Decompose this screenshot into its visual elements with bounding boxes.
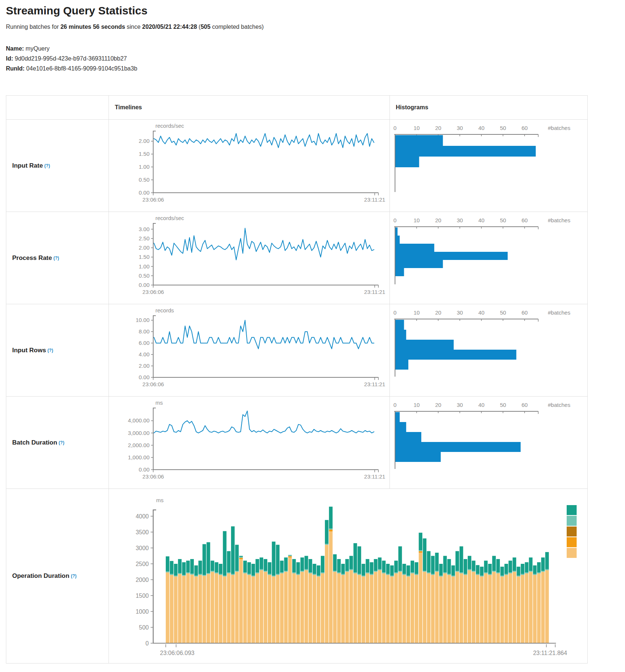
query-meta: Name: myQuery Id: 9d0dd219-995d-423e-b97…	[6, 44, 137, 73]
svg-text:0: 0	[394, 402, 396, 408]
svg-text:8.00: 8.00	[139, 328, 150, 335]
input-rows-histogram-cell: 0102030405060#batches	[390, 304, 587, 396]
svg-text:0: 0	[394, 125, 396, 131]
svg-text:3000: 3000	[135, 545, 149, 551]
input-rows-help-icon[interactable]: (?)	[48, 348, 53, 353]
row-process-rate: Process Rate (?) records/sec0.000.501.00…	[6, 212, 587, 304]
svg-text:40: 40	[478, 125, 485, 131]
header-timelines: Timelines	[109, 96, 390, 119]
table-header-row: Timelines Histograms	[6, 96, 587, 119]
batch-duration-histogram-chart: 0102030405060#batches	[390, 397, 587, 488]
batch-duration-label: Batch Duration	[12, 439, 57, 446]
svg-text:1500: 1500	[135, 593, 149, 599]
svg-text:0: 0	[394, 217, 396, 223]
svg-text:#batches: #batches	[548, 217, 570, 223]
svg-text:0.50: 0.50	[139, 176, 150, 183]
svg-text:30: 30	[457, 402, 463, 408]
input-rows-label-cell: Input Rows (?)	[6, 304, 109, 396]
svg-text:ms: ms	[155, 400, 163, 406]
operation-duration-label: Operation Duration	[12, 572, 69, 580]
svg-text:1,000.00: 1,000.00	[128, 454, 150, 460]
svg-text:23:06:06: 23:06:06	[142, 381, 164, 387]
svg-text:4000: 4000	[135, 513, 149, 520]
svg-text:0: 0	[394, 309, 396, 316]
input-rows-label: Input Rows	[12, 347, 46, 354]
svg-text:0.00: 0.00	[139, 282, 150, 288]
svg-text:23:11:21: 23:11:21	[364, 381, 385, 387]
svg-text:10: 10	[413, 309, 420, 316]
page-title: Streaming Query Statistics	[6, 4, 147, 17]
process-rate-histogram-chart: 0102030405060#batches	[390, 212, 587, 304]
process-rate-help-icon[interactable]: (?)	[54, 256, 59, 261]
summary-suffix: completed batches)	[210, 24, 264, 30]
input-rate-label: Input Rate	[12, 162, 43, 169]
svg-text:0.00: 0.00	[139, 466, 150, 473]
summary-batch-count: 505	[200, 24, 210, 30]
svg-text:23:06:06: 23:06:06	[142, 289, 164, 295]
svg-text:3500: 3500	[135, 529, 149, 535]
operation-duration-stacked-chart: ms0500100015002000250030003500400023:06:…	[109, 489, 587, 663]
svg-text:30: 30	[457, 217, 463, 223]
process-rate-timeline-chart: records/sec0.000.501.001.502.002.503.002…	[109, 212, 390, 304]
summary-mid: since	[125, 24, 142, 30]
row-input-rows: Input Rows (?) records0.002.004.006.008.…	[6, 304, 587, 396]
svg-text:0.00: 0.00	[139, 374, 150, 380]
svg-text:#batches: #batches	[548, 125, 570, 131]
input-rate-help-icon[interactable]: (?)	[44, 163, 50, 168]
process-rate-timeline-cell: records/sec0.000.501.001.502.002.503.002…	[109, 212, 390, 304]
query-id-line: Id: 9d0dd219-995d-423e-b97d-36931110bb27	[6, 54, 137, 64]
legend-swatch-4	[567, 548, 577, 558]
operation-duration-chart-cell: ms0500100015002000250030003500400023:06:…	[109, 489, 587, 663]
input-rows-timeline-chart: records0.002.004.006.008.0010.0023:06:06…	[109, 304, 390, 396]
svg-text:500: 500	[139, 624, 149, 631]
batch-duration-histogram-cell: 0102030405060#batches	[390, 397, 587, 488]
row-operation-duration: Operation Duration (?) ms050010001500200…	[6, 488, 587, 663]
svg-text:6.00: 6.00	[139, 340, 150, 346]
batch-duration-timeline-chart: ms0.001,000.002,000.003,000.004,000.0023…	[109, 397, 390, 488]
svg-text:20: 20	[435, 309, 442, 316]
process-rate-label: Process Rate	[12, 254, 52, 262]
header-empty-cell	[6, 96, 109, 119]
svg-text:50: 50	[500, 217, 506, 223]
svg-text:2.00: 2.00	[139, 363, 150, 369]
svg-text:records/sec: records/sec	[155, 215, 184, 221]
legend-swatch-3	[567, 537, 577, 547]
batch-duration-label-cell: Batch Duration (?)	[6, 397, 109, 488]
process-rate-histogram-cell: 0102030405060#batches	[390, 212, 587, 304]
input-rate-timeline-chart: records/sec0.000.501.001.502.0023:06:062…	[109, 120, 390, 212]
batch-duration-help-icon[interactable]: (?)	[59, 440, 64, 445]
svg-text:20: 20	[435, 125, 442, 131]
svg-text:50: 50	[500, 402, 506, 408]
svg-text:1.50: 1.50	[139, 151, 150, 157]
svg-text:3,000.00: 3,000.00	[128, 430, 150, 436]
input-rate-label-cell: Input Rate (?)	[6, 120, 109, 212]
row-input-rate: Input Rate (?) records/sec0.000.501.001.…	[6, 119, 587, 212]
query-name-line: Name: myQuery	[6, 44, 137, 54]
svg-text:40: 40	[478, 309, 485, 316]
svg-text:records: records	[155, 307, 174, 313]
svg-text:23:06:06.093: 23:06:06.093	[160, 650, 195, 656]
svg-text:20: 20	[435, 217, 442, 223]
svg-text:30: 30	[457, 125, 463, 131]
svg-text:2.00: 2.00	[139, 244, 150, 251]
batch-duration-timeline-cell: ms0.001,000.002,000.003,000.004,000.0023…	[109, 397, 390, 488]
svg-text:ms: ms	[156, 497, 164, 503]
input-rate-histogram-chart: 0102030405060#batches	[390, 120, 587, 212]
svg-text:0: 0	[145, 640, 149, 647]
svg-text:23:11:21: 23:11:21	[364, 473, 385, 480]
svg-text:23:11:21.864: 23:11:21.864	[533, 650, 567, 656]
statistics-table: Timelines Histograms Input Rate (?) reco…	[6, 95, 588, 664]
svg-text:0.00: 0.00	[139, 189, 150, 196]
svg-text:23:06:06: 23:06:06	[142, 196, 164, 203]
svg-text:50: 50	[500, 309, 506, 316]
svg-text:1.50: 1.50	[139, 254, 150, 260]
legend-swatch-1	[567, 516, 577, 526]
svg-text:20: 20	[435, 402, 442, 408]
svg-text:2,000.00: 2,000.00	[128, 442, 150, 448]
svg-text:30: 30	[457, 309, 463, 316]
svg-text:1.00: 1.00	[139, 263, 150, 270]
svg-text:10: 10	[413, 402, 420, 408]
operation-duration-help-icon[interactable]: (?)	[71, 573, 76, 579]
summary-prefix: Running batches for	[6, 24, 61, 30]
svg-text:60: 60	[522, 402, 528, 408]
